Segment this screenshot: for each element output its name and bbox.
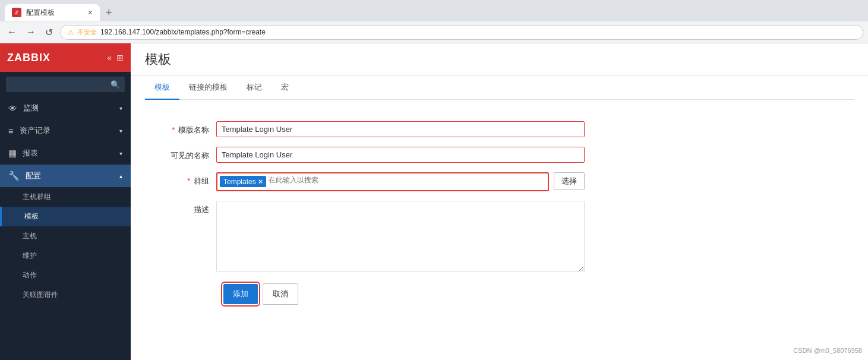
visible-name-control [216, 147, 585, 163]
search-icon: 🔍 [111, 80, 120, 89]
actions-label: 动作 [23, 270, 37, 280]
expand-icon[interactable]: ⊞ [116, 53, 124, 62]
sidebar-item-label: 监测 [23, 103, 39, 113]
group-label: * 群组 [145, 172, 216, 187]
description-control [216, 201, 585, 274]
config-icon: 🔧 [8, 170, 20, 181]
group-tag-close[interactable]: × [258, 177, 263, 186]
group-search-input[interactable] [269, 176, 545, 184]
tab-title: 配置模板 [26, 8, 55, 18]
sidebar-item-label: 配置 [26, 170, 41, 181]
main-content: 模板 链接的模板 标记 宏 * 模版名称 [131, 76, 868, 360]
forward-button[interactable]: → [24, 27, 38, 37]
tab-template[interactable]: 模板 [145, 76, 179, 100]
sidebar-item-config[interactable]: 🔧 配置 ▴ [0, 165, 131, 187]
visible-name-row: 可见的名称 [145, 147, 854, 163]
page-title: 模板 [145, 50, 854, 68]
group-tag-label: Templates [223, 178, 256, 186]
tab-favicon: Z [12, 8, 21, 17]
action-buttons: 添加 取消 [145, 283, 854, 305]
sidebar-item-label: 报表 [23, 148, 38, 159]
description-textarea[interactable] [216, 201, 585, 272]
sidebar-header-controls: « ⊞ [107, 53, 124, 62]
add-button[interactable]: 添加 [223, 284, 258, 304]
template-name-input[interactable] [216, 121, 585, 137]
form-tabs: 模板 链接的模板 标记 宏 [145, 76, 854, 100]
tab-bar: Z 配置模板 × + [0, 0, 868, 21]
sidebar-item-label: 资产记录 [20, 125, 50, 136]
sidebar-item-host-groups[interactable]: 主机群组 [0, 187, 131, 207]
refresh-button[interactable]: ↺ [43, 27, 55, 38]
maintenance-label: 维护 [23, 251, 37, 261]
sidebar-item-related[interactable]: 关联图谱件 [0, 285, 131, 305]
select-button[interactable]: 选择 [554, 172, 585, 190]
watermark: CSDN @m0_58076958 [793, 347, 862, 354]
active-tab[interactable]: Z 配置模板 × [5, 4, 100, 21]
app-container: ZABBIX « ⊞ 🔍 👁 监测 ▾ ≡ 资产记录 ▾ [0, 43, 868, 360]
hosts-label: 主机 [23, 231, 37, 241]
main-content-area: 模板 模板 链接的模板 标记 宏 [131, 43, 868, 360]
sidebar-item-hosts[interactable]: 主机 [0, 226, 131, 246]
sidebar-item-actions[interactable]: 动作 [0, 266, 131, 285]
group-tag-templates: Templates × [220, 176, 266, 187]
collapse-icon[interactable]: « [107, 53, 112, 62]
templates-label: 模板 [24, 211, 39, 222]
insecure-label: 不安全 [77, 28, 97, 37]
back-button[interactable]: ← [5, 27, 19, 37]
sidebar-item-monitor[interactable]: 👁 监测 ▾ [0, 97, 131, 119]
host-groups-label: 主机群组 [23, 192, 51, 202]
security-icon: ⚠ [68, 29, 74, 36]
main-header: 模板 [131, 43, 868, 76]
visible-name-input[interactable] [216, 147, 585, 163]
sidebar-search-input[interactable] [6, 77, 125, 92]
url-text: 192.168.147.100/zabbix/templates.php?for… [100, 28, 266, 36]
group-row: * 群组 Templates × 选择 [145, 172, 854, 191]
description-row: 描述 [145, 201, 854, 274]
group-field[interactable]: Templates × [216, 172, 549, 191]
assets-icon: ≡ [8, 126, 14, 136]
monitor-icon: 👁 [8, 103, 17, 113]
sidebar-item-maintenance[interactable]: 维护 [0, 246, 131, 266]
sidebar-header: ZABBIX « ⊞ [0, 43, 131, 72]
chevron-down-icon: ▾ [119, 128, 122, 134]
sidebar-nav: 👁 监测 ▾ ≡ 资产记录 ▾ ▦ 报表 ▾ 🔧 配置 ▴ 主机群组 [0, 97, 131, 360]
tab-tags[interactable]: 标记 [237, 76, 272, 100]
tab-linked[interactable]: 链接的模板 [179, 76, 237, 100]
tab-close-button[interactable]: × [88, 8, 93, 17]
new-tab-button[interactable]: + [102, 7, 116, 19]
address-bar: ← → ↺ ⚠ 不安全 192.168.147.100/zabbix/templ… [0, 21, 868, 43]
related-label: 关联图谱件 [23, 290, 58, 300]
cancel-button[interactable]: 取消 [263, 283, 298, 305]
reports-icon: ▦ [8, 148, 17, 159]
template-name-row: * 模版名称 [145, 121, 854, 137]
sidebar-item-reports[interactable]: ▦ 报表 ▾ [0, 142, 131, 165]
chevron-down-icon: ▾ [119, 105, 122, 112]
chevron-up-icon: ▴ [119, 173, 122, 179]
address-input[interactable]: ⚠ 不安全 192.168.147.100/zabbix/templates.p… [60, 25, 863, 40]
sidebar-search-area: 🔍 [0, 72, 131, 97]
sidebar-item-assets[interactable]: ≡ 资产记录 ▾ [0, 119, 131, 142]
template-name-label: * 模版名称 [145, 121, 216, 135]
tab-macros[interactable]: 宏 [272, 76, 298, 100]
chevron-down-icon: ▾ [119, 150, 122, 157]
sidebar-item-templates[interactable]: 模板 [0, 207, 131, 226]
sidebar: ZABBIX « ⊞ 🔍 👁 监测 ▾ ≡ 资产记录 ▾ [0, 43, 131, 360]
visible-name-label: 可见的名称 [145, 147, 216, 161]
description-label: 描述 [145, 201, 216, 215]
zabbix-logo: ZABBIX [7, 52, 50, 64]
template-name-control [216, 121, 585, 137]
template-form: * 模版名称 可见的名称 [145, 112, 854, 314]
browser-chrome: Z 配置模板 × + ← → ↺ ⚠ 不安全 192.168.147.100/z… [0, 0, 868, 43]
